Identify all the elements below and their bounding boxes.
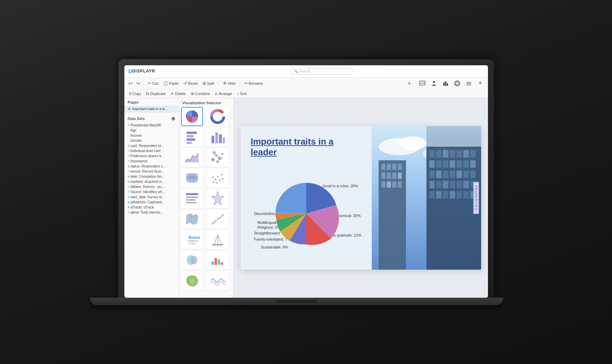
svg-point-62 bbox=[190, 255, 195, 262]
add-dataset-icon[interactable]: ⊕ bbox=[171, 116, 175, 121]
svg-point-15 bbox=[214, 113, 221, 120]
svg-rect-74 bbox=[392, 164, 396, 170]
dataset-item[interactable]: a uuid: Respondent id... bbox=[124, 143, 179, 148]
canvas-area: Important traits in a leader Decent/ethi… bbox=[234, 98, 488, 298]
split-icon: ⊞ bbox=[203, 81, 206, 86]
slide-chart-area: Important traits in a leader Decent/ethi… bbox=[241, 126, 372, 270]
dataset-sub-item[interactable]: Gender bbox=[124, 138, 179, 143]
rename-icon: ✏ bbox=[244, 81, 248, 86]
viz-item-text[interactable] bbox=[181, 189, 203, 208]
hide-button[interactable]: 👁 Hide bbox=[221, 80, 238, 87]
svg-rect-44 bbox=[186, 202, 197, 203]
svg-point-32 bbox=[186, 173, 198, 176]
svg-rect-21 bbox=[215, 132, 218, 143]
viz-item-pie[interactable] bbox=[181, 107, 203, 126]
split-button[interactable]: ⊞ Split bbox=[201, 80, 216, 87]
app-logo: DDISPLAYR bbox=[128, 68, 155, 74]
viz-item-area[interactable] bbox=[181, 148, 203, 167]
dataset-sub-item[interactable]: Income bbox=[124, 133, 179, 138]
viz-item-scatter-multi[interactable] bbox=[207, 148, 229, 167]
svg-point-35 bbox=[217, 176, 218, 177]
cut-button[interactable]: ✂ Cut bbox=[146, 80, 160, 87]
svg-rect-77 bbox=[387, 173, 391, 179]
svg-rect-22 bbox=[219, 134, 222, 143]
svg-rect-80 bbox=[381, 181, 385, 188]
toolbar-right-icons: A bbox=[406, 79, 485, 88]
paste-button[interactable]: 📋 Paste bbox=[161, 80, 181, 87]
viz-item-donut[interactable] bbox=[207, 107, 229, 126]
viz-item-star[interactable] bbox=[207, 189, 229, 208]
dataset-item[interactable]: ≡ record: Record Num... bbox=[124, 169, 179, 174]
svg-rect-23 bbox=[223, 137, 225, 143]
search-box[interactable]: 🔍 Search... bbox=[291, 68, 352, 75]
donut-icon-btn[interactable] bbox=[452, 79, 462, 88]
reset-button[interactable]: ↺ Reset bbox=[181, 80, 200, 87]
viz-item-scatter[interactable] bbox=[207, 168, 229, 188]
viz-item-stat-icon[interactable]: Brave Alpha Charg Chart bbox=[181, 230, 203, 249]
duplicate-button[interactable]: ⧉ Duplicate bbox=[144, 90, 168, 97]
dataset-item[interactable]: a dTrackt: dTrack bbox=[124, 205, 179, 210]
image-icon-btn[interactable] bbox=[418, 79, 427, 88]
grid-icon-btn[interactable] bbox=[464, 79, 474, 88]
dataset-item[interactable]: ≡ Importance bbox=[124, 159, 179, 164]
dataset-item[interactable]: a status: Respondent s... bbox=[124, 164, 179, 169]
dataset-item[interactable]: a date: Completion tim... bbox=[124, 174, 179, 179]
slide-title: Important traits in a leader bbox=[251, 136, 362, 158]
svg-point-26 bbox=[218, 156, 222, 160]
arrange-button[interactable]: ⧈ Arrange bbox=[213, 90, 234, 97]
viz-item-waterfall[interactable] bbox=[207, 251, 229, 270]
svg-rect-4 bbox=[445, 81, 446, 86]
dataset-item[interactable]: a start_date: Survey st... bbox=[124, 194, 179, 200]
font-size-icon-btn[interactable]: A bbox=[406, 79, 416, 88]
add-icon-btn[interactable]: + bbox=[476, 79, 485, 88]
svg-rect-64 bbox=[215, 258, 217, 265]
left-sidebar: Pages ▣ Important traits in a le... Data… bbox=[124, 98, 179, 298]
svg-rect-43 bbox=[186, 199, 195, 201]
svg-rect-75 bbox=[398, 164, 402, 170]
svg-rect-82 bbox=[392, 181, 396, 188]
reset-icon: ↺ bbox=[183, 81, 187, 86]
person-icon-btn[interactable] bbox=[429, 79, 439, 88]
delete-button[interactable]: ✕ Delete bbox=[168, 90, 188, 97]
svg-rect-73 bbox=[387, 164, 391, 170]
combine-button[interactable]: ⊕ Combine bbox=[189, 90, 212, 97]
paste-icon: 📋 bbox=[163, 81, 168, 86]
toolbar-row2: ⎘ Copy ⧉ Duplicate ✕ Delete ⊕ bbox=[124, 90, 488, 98]
viz-item-hbar[interactable] bbox=[181, 127, 203, 147]
dataset-item[interactable]: ≡ qtime: Total Intervie... bbox=[124, 210, 179, 215]
viz-grid: Brave Alpha Charg Chart bbox=[181, 107, 231, 290]
rename-button[interactable]: ✏ Rename bbox=[242, 80, 265, 87]
undo-button[interactable]: ↩ bbox=[127, 80, 134, 87]
viz-item-vbar[interactable] bbox=[207, 127, 229, 147]
viz-item-blob[interactable] bbox=[181, 251, 203, 270]
redo-button[interactable]: ↪ bbox=[135, 80, 141, 87]
viz-item-map-shape[interactable] bbox=[181, 271, 203, 290]
svg-point-24 bbox=[211, 158, 215, 161]
page-item[interactable]: ▣ Important traits in a le... bbox=[124, 106, 179, 112]
viz-item-map[interactable] bbox=[181, 210, 203, 229]
dataset-item[interactable]: a markers: Acquired m... bbox=[124, 179, 179, 184]
app: DDISPLAYR 🔍 Search... ↩ ↪ bbox=[124, 65, 488, 298]
viz-item-bowl[interactable] bbox=[181, 168, 203, 188]
dataset-item[interactable]: ≡ Individual-level coef... bbox=[124, 148, 179, 153]
svg-point-69 bbox=[399, 136, 426, 150]
dataset-item[interactable]: a ipAddress: Captured... bbox=[124, 200, 179, 205]
dataset-sub-item[interactable]: Age bbox=[124, 128, 179, 133]
dataset-item[interactable]: ● Presidential MaxDiff bbox=[124, 123, 179, 128]
svg-point-39 bbox=[212, 177, 214, 178]
dataset-item[interactable]: ≡ Source: Identifies wh... bbox=[124, 189, 179, 194]
viz-item-building[interactable] bbox=[207, 230, 229, 249]
dataset-item[interactable]: ≡ dWave: Dummy - pu... bbox=[124, 184, 179, 189]
svg-rect-17 bbox=[187, 135, 193, 137]
svg-rect-9 bbox=[466, 83, 471, 84]
copy-button[interactable]: ⎘ Copy bbox=[127, 90, 144, 97]
dataset-item[interactable]: ≡ Preference shares fr... bbox=[124, 153, 179, 159]
sort-button[interactable]: ↕ Sort bbox=[235, 90, 249, 97]
svg-point-37 bbox=[221, 174, 222, 175]
viz-item-wave[interactable] bbox=[207, 271, 229, 290]
svg-point-48 bbox=[212, 223, 214, 224]
viz-item-regression[interactable] bbox=[207, 210, 229, 229]
bar-chart-icon-btn[interactable] bbox=[441, 79, 450, 88]
svg-point-27 bbox=[221, 153, 223, 155]
properties-tab[interactable]: PROPERTIES bbox=[473, 182, 479, 214]
